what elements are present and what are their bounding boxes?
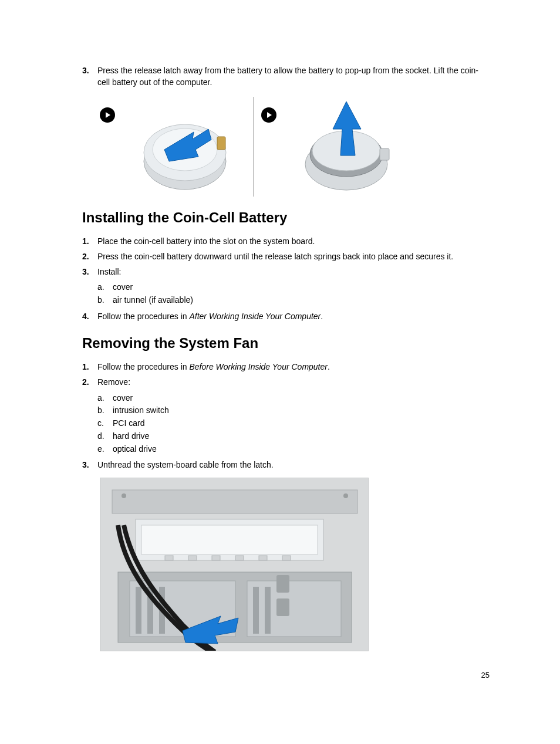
- step-text: Press the coin-cell battery downward unt…: [97, 251, 490, 262]
- step-text: Unthread the system-board cable from the…: [97, 459, 490, 471]
- step-number: 3.: [82, 459, 97, 471]
- step-number: 3.: [82, 266, 97, 278]
- sub-item-d: d. hard drive: [97, 430, 490, 443]
- sub-text: cover: [113, 392, 133, 405]
- sub-text: optical drive: [113, 443, 157, 456]
- install-step-2: 2. Press the coin-cell battery downward …: [82, 251, 490, 262]
- text-italic: Before Working Inside Your Computer: [189, 362, 328, 371]
- step-number: 2.: [82, 251, 97, 262]
- text-suffix: .: [328, 362, 330, 371]
- step-text: Place the coin-cell battery into the slo…: [97, 235, 490, 247]
- figure-battery-side: [123, 97, 247, 197]
- install-step-3: 3. Install:: [82, 266, 490, 278]
- figure-battery-lift: [285, 97, 408, 197]
- step-3: 3. Press the release latch away from the…: [82, 65, 490, 89]
- sub-item-a: a. cover: [97, 281, 490, 294]
- svg-marker-0: [106, 112, 110, 118]
- remove-step-3: 3. Unthread the system-board cable from …: [82, 459, 490, 471]
- sub-text: intrusion switch: [113, 404, 169, 417]
- remove-step-2-sublist: a. cover b. intrusion switch c. PCI card…: [97, 392, 490, 455]
- install-step-3-sublist: a. cover b. air tunnel (if available): [97, 281, 490, 306]
- remove-step-1: 1. Follow the procedures in Before Worki…: [82, 361, 490, 373]
- sub-item-b: b. air tunnel (if available): [97, 294, 490, 307]
- svg-rect-29: [265, 587, 271, 634]
- svg-rect-16: [165, 556, 173, 560]
- svg-point-34: [343, 493, 348, 498]
- sub-text: air tunnel (if available): [113, 294, 193, 307]
- sub-letter: b.: [97, 404, 113, 417]
- sub-letter: a.: [97, 281, 113, 294]
- step-text: Press the release latch away from the ba…: [97, 65, 490, 89]
- sub-item-c: c. PCI card: [97, 417, 490, 430]
- sub-item-a: a. cover: [97, 392, 490, 405]
- svg-rect-15: [141, 525, 318, 554]
- sub-letter: d.: [97, 430, 113, 443]
- sub-text: hard drive: [113, 430, 149, 443]
- svg-marker-6: [267, 112, 272, 118]
- figure-coin-cell-removal: [100, 97, 490, 197]
- figure-system-board-cable: [100, 478, 369, 651]
- svg-point-33: [122, 493, 126, 498]
- text-prefix: Follow the procedures in: [97, 312, 189, 321]
- svg-rect-21: [282, 556, 291, 560]
- svg-rect-30: [276, 575, 289, 593]
- step-text: Remove:: [97, 376, 490, 388]
- install-step-1: 1. Place the coin-cell battery into the …: [82, 235, 490, 247]
- figure-divider: [254, 97, 254, 197]
- sub-text: PCI card: [113, 417, 144, 430]
- sub-item-e: e. optical drive: [97, 443, 490, 456]
- svg-rect-31: [276, 598, 289, 616]
- step-number: 2.: [82, 376, 97, 388]
- text-suffix: .: [321, 312, 323, 321]
- sub-letter: e.: [97, 443, 113, 456]
- step-text: Install:: [97, 266, 490, 278]
- svg-rect-17: [188, 556, 197, 560]
- step-number: 1.: [82, 361, 97, 373]
- install-step-4: 4. Follow the procedures in After Workin…: [82, 310, 490, 322]
- svg-rect-10: [380, 148, 389, 160]
- svg-rect-25: [136, 587, 141, 634]
- heading-install-coin-cell: Installing the Coin-Cell Battery: [82, 209, 490, 226]
- remove-step-2: 2. Remove:: [82, 376, 490, 388]
- step-number: 1.: [82, 235, 97, 247]
- svg-rect-19: [235, 556, 244, 560]
- svg-rect-18: [212, 556, 220, 560]
- sub-item-b: b. intrusion switch: [97, 404, 490, 417]
- step-number: 4.: [82, 310, 97, 322]
- svg-rect-28: [253, 587, 259, 634]
- sub-letter: b.: [97, 294, 113, 307]
- document-page: 3. Press the release latch away from the…: [0, 0, 560, 744]
- step-number: 3.: [82, 65, 97, 89]
- heading-remove-system-fan: Removing the System Fan: [82, 335, 490, 351]
- step-text: Follow the procedures in After Working I…: [97, 310, 490, 322]
- svg-rect-4: [217, 137, 225, 150]
- text-prefix: Follow the procedures in: [97, 362, 189, 371]
- step-text: Follow the procedures in Before Working …: [97, 361, 490, 373]
- text-italic: After Working Inside Your Computer: [189, 312, 321, 321]
- sub-letter: a.: [97, 392, 113, 405]
- svg-rect-13: [112, 490, 357, 513]
- svg-rect-20: [259, 556, 267, 560]
- svg-rect-24: [247, 581, 341, 637]
- play-icon: [261, 107, 276, 123]
- sub-text: cover: [113, 281, 133, 294]
- page-number: 25: [481, 671, 490, 679]
- sub-letter: c.: [97, 417, 113, 430]
- play-icon: [100, 107, 115, 123]
